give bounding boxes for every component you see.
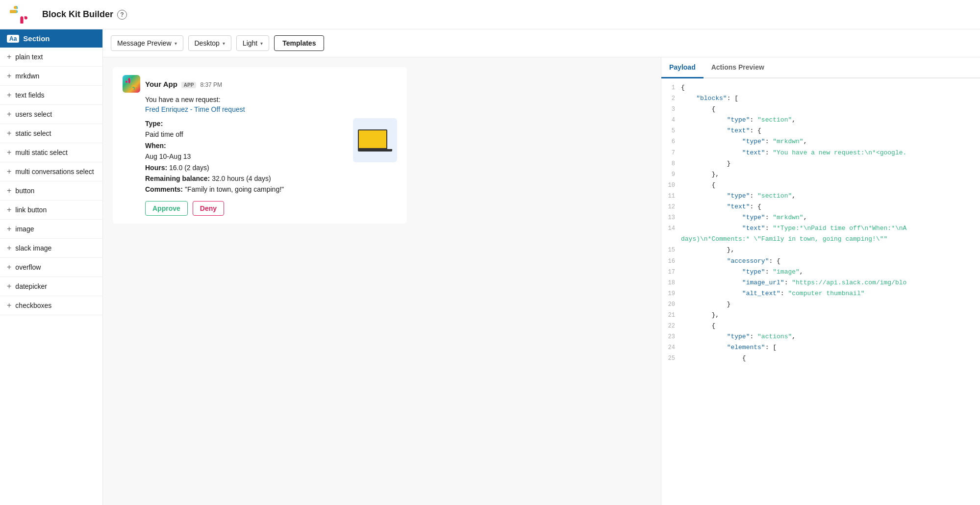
sidebar-item-slack-image[interactable]: + slack image	[0, 239, 102, 258]
when-value: Aug 10-Aug 13	[145, 152, 191, 160]
code-line: 2 "blocks": [	[661, 93, 980, 104]
hours-value: 16.0 (2 days)	[169, 164, 209, 172]
message-link[interactable]: Fred Enriquez - Time Off request	[145, 105, 245, 113]
laptop-base	[358, 149, 392, 152]
sidebar-item-static-select[interactable]: + static select	[0, 124, 102, 143]
sidebar-item-multi-conversations-select[interactable]: + multi conversations select	[0, 162, 102, 181]
code-line: 10 {	[661, 180, 980, 191]
sidebar-item-label: checkboxes	[15, 302, 51, 309]
chevron-down-icon: ▾	[223, 41, 225, 46]
plus-icon: +	[7, 129, 11, 138]
desktop-dropdown[interactable]: Desktop ▾	[188, 35, 231, 51]
sidebar-item-label: text fields	[15, 91, 44, 99]
desktop-label: Desktop	[195, 39, 220, 47]
sidebar-item-datepicker[interactable]: + datepicker	[0, 277, 102, 296]
code-line: 11 "type": "section",	[661, 191, 980, 202]
sidebar-item-users-select[interactable]: + users select	[0, 105, 102, 124]
message-section: Type: Paid time off When: Aug 10-Aug 13 …	[145, 118, 397, 195]
avatar	[123, 75, 140, 93]
app-title: Block Kit Builder ?	[42, 9, 127, 20]
message-preview-label: Message Preview	[117, 39, 172, 47]
code-line: 20 }	[661, 299, 980, 310]
balance-label: Remaining balance:	[145, 175, 210, 182]
app-title-text: Block Kit Builder	[42, 9, 113, 20]
code-line: 7 "text": "You have a new request:\n*<go…	[661, 148, 980, 158]
sidebar-item-mrkdwn[interactable]: + mrkdwn	[0, 67, 102, 86]
main-layout: Aa Section + plain text + mrkdwn + text …	[0, 29, 980, 505]
plus-icon: +	[7, 110, 11, 119]
sidebar-item-label: datepicker	[15, 282, 47, 290]
message-text: Type: Paid time off When: Aug 10-Aug 13 …	[145, 118, 347, 195]
templates-button[interactable]: Templates	[274, 35, 324, 51]
sidebar-item-label: button	[15, 187, 34, 195]
sidebar: Aa Section + plain text + mrkdwn + text …	[0, 29, 103, 505]
actions-row: Approve Deny	[145, 201, 397, 216]
plus-icon: +	[7, 282, 11, 291]
code-line: 13 "type": "mrkdwn",	[661, 212, 980, 223]
sidebar-section-header[interactable]: Aa Section	[0, 29, 102, 48]
code-line: 23 "type": "actions",	[661, 331, 980, 342]
type-label: Type:	[145, 120, 163, 127]
message-header: Your App APP 8:37 PM	[123, 75, 397, 93]
chevron-down-icon: ▾	[260, 41, 263, 46]
help-icon[interactable]: ?	[117, 10, 127, 20]
message-preview-dropdown[interactable]: Message Preview ▾	[111, 35, 183, 51]
plus-icon: +	[7, 52, 11, 61]
json-panel: Payload Actions Preview 1{ 2 "blocks": […	[661, 57, 980, 505]
sidebar-item-link-button[interactable]: + link button	[0, 201, 102, 220]
code-line: 19 "alt_text": "computer thumbnail"	[661, 288, 980, 299]
sidebar-item-plain-text[interactable]: + plain text	[0, 48, 102, 67]
code-line: 3 {	[661, 104, 980, 115]
sidebar-item-image[interactable]: + image	[0, 220, 102, 239]
plus-icon: +	[7, 301, 11, 310]
tab-actions-preview[interactable]: Actions Preview	[704, 57, 772, 78]
code-line: 4 "type": "section",	[661, 115, 980, 126]
plus-icon: +	[7, 148, 11, 157]
plus-icon: +	[7, 244, 11, 252]
sidebar-item-label: mrkdwn	[15, 72, 39, 80]
light-label: Light	[243, 39, 257, 47]
sidebar-item-label: users select	[15, 110, 52, 118]
comments-label: Comments:	[145, 185, 183, 193]
light-dropdown[interactable]: Light ▾	[236, 35, 269, 51]
sidebar-item-multi-static-select[interactable]: + multi static select	[0, 143, 102, 162]
approve-button[interactable]: Approve	[145, 201, 188, 216]
json-tabs: Payload Actions Preview	[661, 57, 980, 78]
sidebar-item-button[interactable]: + button	[0, 181, 102, 201]
accessory-image	[353, 118, 397, 162]
preview-area: Your App APP 8:37 PM You have a new requ…	[103, 57, 661, 505]
message-card: Your App APP 8:37 PM You have a new requ…	[113, 67, 407, 224]
deny-button[interactable]: Deny	[193, 201, 224, 216]
plus-icon: +	[7, 225, 11, 233]
type-value: Paid time off	[145, 130, 183, 138]
sidebar-item-text-fields[interactable]: + text fields	[0, 86, 102, 105]
hours-label: Hours:	[145, 164, 167, 172]
plus-icon: +	[7, 186, 11, 195]
laptop-icon	[358, 129, 392, 152]
sidebar-item-label: overflow	[15, 263, 41, 271]
code-line: 16 "accessory": {	[661, 256, 980, 267]
sidebar-item-label: image	[15, 225, 34, 233]
tab-payload[interactable]: Payload	[661, 57, 704, 78]
sidebar-item-label: plain text	[15, 53, 43, 61]
code-line: 9 },	[661, 169, 980, 180]
sender-name: Your App	[145, 80, 177, 88]
sidebar-item-overflow[interactable]: + overflow	[0, 258, 102, 277]
section-badge: Aa	[7, 35, 19, 43]
timestamp: 8:37 PM	[200, 81, 222, 88]
code-line: 18 "image_url": "https://api.slack.com/i…	[661, 278, 980, 288]
plus-icon: +	[7, 167, 11, 176]
message-body: You have a new request: Fred Enriquez - …	[145, 96, 397, 216]
sidebar-item-label: static select	[15, 129, 51, 137]
app-badge: APP	[181, 82, 197, 88]
topbar: Block Kit Builder ?	[0, 0, 980, 29]
comments-value: "Family in town, going camping!"	[185, 185, 284, 193]
plus-icon: +	[7, 91, 11, 100]
laptop-screen	[358, 129, 387, 149]
sidebar-item-checkboxes[interactable]: + checkboxes	[0, 296, 102, 315]
code-line: 25 {	[661, 353, 980, 364]
code-line: 24 "elements": [	[661, 342, 980, 353]
code-block: 1{ 2 "blocks": [ 3 { 4 "type": "section"…	[661, 78, 980, 368]
sidebar-item-label: slack image	[15, 244, 51, 252]
sidebar-item-label: link button	[15, 206, 47, 214]
